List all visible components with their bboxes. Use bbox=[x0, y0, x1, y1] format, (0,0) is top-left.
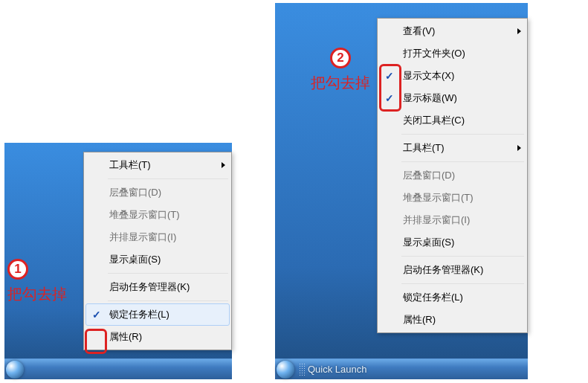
menu-label: 锁定任务栏(L) bbox=[403, 291, 463, 304]
menu-label: 显示标题(W) bbox=[403, 91, 457, 105]
checkmark-icon: ✓ bbox=[91, 309, 103, 321]
menu-label: 层叠窗口(D) bbox=[109, 186, 161, 199]
start-button[interactable] bbox=[6, 361, 24, 379]
menu-separator bbox=[401, 283, 524, 284]
menu-label: 并排显示窗口(I) bbox=[403, 213, 470, 227]
annotation-text: 把勾去掉 bbox=[311, 73, 370, 93]
menu-item-lock-taskbar[interactable]: 锁定任务栏(L) bbox=[379, 286, 526, 309]
annotation-number-badge: 2 bbox=[330, 48, 351, 68]
submenu-arrow-icon bbox=[517, 28, 521, 34]
menu-item-properties[interactable]: 属性(R) bbox=[379, 309, 526, 331]
menu-label: 显示文本(X) bbox=[403, 69, 454, 83]
menu-label: 显示桌面(S) bbox=[403, 236, 454, 249]
menu-item-view[interactable]: 查看(V) bbox=[379, 20, 526, 42]
menu-label: 显示桌面(S) bbox=[109, 253, 161, 266]
menu-label: 堆叠显示窗口(T) bbox=[403, 191, 474, 205]
menu-label: 层叠窗口(D) bbox=[403, 169, 455, 182]
submenu-arrow-icon bbox=[517, 145, 521, 151]
menu-item-toolbars[interactable]: 工具栏(T) bbox=[379, 137, 526, 159]
menu-label: 堆叠显示窗口(T) bbox=[109, 208, 180, 222]
menu-label: 并排显示窗口(I) bbox=[109, 231, 176, 244]
checkmark-icon: ✓ bbox=[384, 92, 395, 104]
menu-separator bbox=[108, 178, 228, 179]
menu-item-show-desktop[interactable]: 显示桌面(S) bbox=[379, 231, 526, 254]
toolbar-grip-icon[interactable] bbox=[299, 363, 305, 376]
menu-separator bbox=[108, 273, 228, 274]
menu-label: 属性(R) bbox=[403, 313, 436, 326]
taskbar-right[interactable]: Quick Launch bbox=[275, 358, 528, 379]
menu-item-task-manager[interactable]: 启动任务管理器(K) bbox=[85, 276, 230, 298]
menu-item-stacked[interactable]: 堆叠显示窗口(T) bbox=[85, 204, 230, 226]
menu-item-lock-taskbar[interactable]: ✓ 锁定任务栏(L) bbox=[85, 303, 230, 326]
menu-item-stacked[interactable]: 堆叠显示窗口(T) bbox=[379, 187, 526, 209]
menu-label: 启动任务管理器(K) bbox=[403, 263, 483, 277]
annotation-text: 把勾去掉 bbox=[7, 284, 67, 304]
menu-separator bbox=[401, 161, 524, 162]
menu-item-show-text[interactable]: ✓ 显示文本(X) bbox=[379, 65, 526, 87]
menu-item-properties[interactable]: 属性(R) bbox=[85, 326, 230, 348]
checkmark-icon: ✓ bbox=[384, 70, 395, 82]
menu-item-toolbars[interactable]: 工具栏(T) bbox=[85, 154, 230, 176]
menu-label: 工具栏(T) bbox=[109, 158, 151, 172]
menu-item-close-toolbar[interactable]: 关闭工具栏(C) bbox=[379, 109, 526, 132]
menu-label: 工具栏(T) bbox=[403, 141, 445, 155]
menu-label: 锁定任务栏(L) bbox=[109, 308, 169, 321]
submenu-arrow-icon bbox=[222, 162, 225, 168]
menu-item-task-manager[interactable]: 启动任务管理器(K) bbox=[379, 259, 526, 281]
quick-launch-label: Quick Launch bbox=[308, 364, 367, 375]
menu-item-side-by-side[interactable]: 并排显示窗口(I) bbox=[85, 226, 230, 248]
start-button[interactable] bbox=[277, 361, 294, 379]
taskbar-context-menu: 工具栏(T) 层叠窗口(D) 堆叠显示窗口(T) 并排显示窗口(I) 显示桌面(… bbox=[83, 152, 232, 350]
menu-item-show-desktop[interactable]: 显示桌面(S) bbox=[85, 248, 230, 271]
menu-item-cascade[interactable]: 层叠窗口(D) bbox=[85, 181, 230, 204]
menu-label: 关闭工具栏(C) bbox=[403, 114, 465, 127]
annotation-callout-2: 2 把勾去掉 bbox=[311, 48, 370, 93]
menu-separator bbox=[401, 134, 524, 135]
annotation-number-badge: 1 bbox=[7, 259, 28, 280]
menu-item-cascade[interactable]: 层叠窗口(D) bbox=[379, 164, 526, 187]
taskbar-left[interactable] bbox=[4, 358, 232, 379]
menu-label: 启动任务管理器(K) bbox=[109, 280, 190, 294]
menu-separator bbox=[108, 300, 228, 301]
annotation-callout-1: 1 把勾去掉 bbox=[7, 259, 67, 304]
menu-item-side-by-side[interactable]: 并排显示窗口(I) bbox=[379, 209, 526, 231]
menu-label: 打开文件夹(O) bbox=[403, 47, 465, 60]
menu-separator bbox=[401, 256, 524, 257]
menu-label: 属性(R) bbox=[109, 330, 142, 344]
menu-item-show-title[interactable]: ✓ 显示标题(W) bbox=[379, 87, 526, 109]
menu-item-open-folder[interactable]: 打开文件夹(O) bbox=[379, 42, 526, 65]
taskbar-context-menu-extended: 查看(V) 打开文件夹(O) ✓ 显示文本(X) ✓ 显示标题(W) 关闭工具栏… bbox=[377, 18, 528, 333]
menu-label: 查看(V) bbox=[403, 25, 435, 38]
